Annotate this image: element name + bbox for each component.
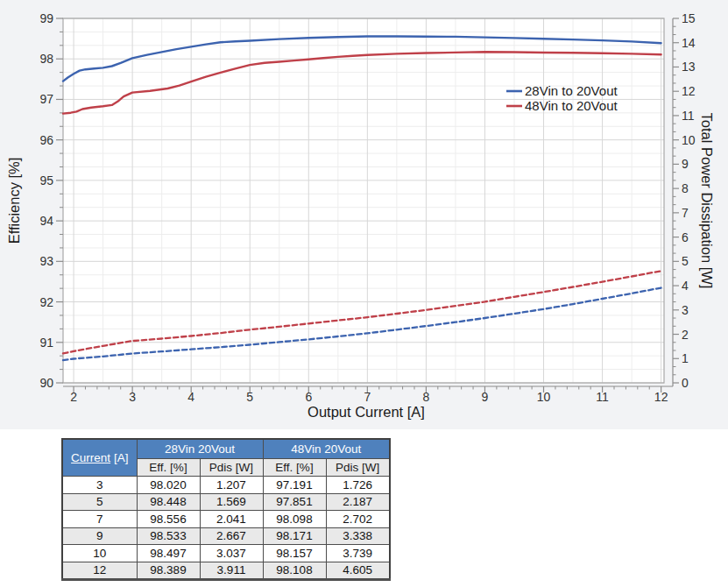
table-cell: 2.041 [200, 511, 263, 528]
x-axis-tick-label: 9 [482, 390, 489, 404]
table-cell: 12 [62, 562, 137, 580]
subheader-eff-48: Eff. [%] [263, 459, 326, 477]
y-left-tick-label: 99 [39, 11, 53, 25]
table-cell: 10 [62, 545, 137, 562]
table-cell: 98.171 [263, 527, 326, 545]
y-left-axis-title: Efficiency [%] [6, 158, 22, 244]
y-right-tick-label: 13 [682, 60, 696, 74]
table-cell: 98.020 [137, 477, 200, 494]
table-cell: 2.702 [326, 511, 390, 528]
y-left-tick-label: 97 [39, 92, 53, 106]
x-axis-tick-label: 6 [305, 390, 312, 404]
y-right-tick-label: 0 [682, 376, 689, 390]
table-cell: 3.037 [200, 545, 263, 562]
y-left-tick-label: 90 [39, 376, 53, 390]
x-axis-tick-label: 5 [246, 390, 253, 404]
page: 9091929394959697989901234567891011121314… [0, 0, 728, 587]
legend-label: 28Vin to 20Vout [525, 83, 618, 98]
table-row: 1098.4973.03798.1573.739 [62, 545, 390, 562]
x-axis-tick-label: 3 [129, 390, 136, 404]
table-cell: 98.098 [263, 511, 326, 528]
table-row: 398.0201.20797.1911.726 [62, 477, 390, 494]
y-left-tick-label: 93 [39, 254, 53, 268]
table-cell: 3.911 [200, 562, 263, 580]
y-left-tick-label: 96 [39, 133, 53, 147]
table-cell: 98.533 [137, 527, 200, 545]
efficiency-chart: 9091929394959697989901234567891011121314… [0, 0, 728, 429]
x-axis-tick-label: 4 [187, 390, 194, 404]
y-right-tick-label: 9 [682, 157, 689, 171]
y-right-tick-label: 10 [682, 133, 696, 147]
table-cell: 1.207 [200, 477, 263, 494]
y-right-tick-label: 7 [682, 206, 689, 220]
x-axis-tick-label: 10 [537, 390, 551, 404]
measurement-table: Current [A] 28Vin 20Vout 48Vin 20Vout Ef… [61, 438, 391, 581]
subheader-pdis-48: Pdis [W] [326, 459, 390, 477]
table-cell: 7 [62, 511, 137, 528]
table-body: 398.0201.20797.1911.726598.4481.56997.85… [62, 477, 390, 580]
efficiency-chart-container: 9091929394959697989901234567891011121314… [0, 0, 728, 429]
table-cell: 3 [62, 477, 137, 494]
table-cell: 9 [62, 527, 137, 545]
y-right-tick-label: 12 [682, 84, 696, 98]
subheader-pdis-28: Pdis [W] [200, 459, 263, 477]
table-cell: 2.187 [326, 493, 390, 511]
table-row: 798.5562.04198.0982.702 [62, 511, 390, 528]
header-current-unit: [A] [110, 451, 128, 464]
header-group-48vin: 48Vin 20Vout [263, 439, 390, 459]
table-cell: 98.497 [137, 545, 200, 562]
x-axis-tick-label: 8 [423, 390, 430, 404]
table-cell: 98.556 [137, 511, 200, 528]
table-cell: 98.157 [263, 545, 326, 562]
plot-area [63, 18, 664, 383]
table-header: Current [A] 28Vin 20Vout 48Vin 20Vout Ef… [62, 439, 390, 477]
y-right-tick-label: 14 [682, 36, 696, 50]
y-right-tick-label: 8 [682, 181, 689, 195]
table-cell: 3.739 [326, 545, 390, 562]
x-axis-tick-label: 2 [70, 390, 77, 404]
y-right-tick-label: 6 [682, 230, 689, 244]
table-row: 598.4481.56997.8512.187 [62, 493, 390, 511]
table-cell: 2.667 [200, 527, 263, 545]
table-row: 1298.3893.91198.1084.605 [62, 562, 390, 580]
header-group-28vin: 28Vin 20Vout [137, 439, 263, 459]
y-right-tick-label: 2 [682, 328, 689, 342]
y-left-tick-label: 95 [39, 173, 53, 187]
x-axis-tick-label: 12 [654, 390, 668, 404]
y-right-tick-label: 15 [682, 11, 696, 25]
table-cell: 98.108 [263, 562, 326, 580]
header-current: Current [A] [62, 439, 137, 477]
header-current-word: Current [71, 451, 110, 464]
table-cell: 1.569 [200, 493, 263, 511]
x-axis-tick-label: 11 [596, 390, 609, 404]
table-cell: 1.726 [326, 477, 390, 494]
table-row: 998.5332.66798.1713.338 [62, 527, 390, 545]
legend-label: 48Vin to 20Vout [525, 98, 618, 113]
table-cell: 5 [62, 493, 137, 511]
y-right-tick-label: 4 [682, 279, 689, 293]
table-cell: 97.851 [263, 493, 326, 511]
table-cell: 4.605 [326, 562, 390, 580]
y-right-tick-label: 1 [682, 351, 689, 365]
y-right-axis-title: Total Power Dissipation [W] [699, 113, 715, 289]
y-left-tick-label: 98 [39, 52, 53, 66]
table-cell: 97.191 [263, 477, 326, 494]
y-left-tick-label: 94 [39, 214, 53, 228]
x-axis-title: Output Current [A] [307, 404, 425, 420]
y-right-tick-label: 11 [682, 109, 695, 123]
table-cell: 98.389 [137, 562, 200, 580]
y-right-tick-label: 3 [682, 303, 689, 317]
x-axis-tick-label: 7 [364, 390, 371, 404]
subheader-eff-28: Eff. [%] [137, 459, 200, 477]
table-cell: 98.448 [137, 493, 200, 511]
y-left-tick-label: 91 [39, 336, 53, 350]
table-cell: 3.338 [326, 527, 390, 545]
y-right-tick-label: 5 [682, 254, 689, 268]
y-left-tick-label: 92 [39, 295, 53, 309]
